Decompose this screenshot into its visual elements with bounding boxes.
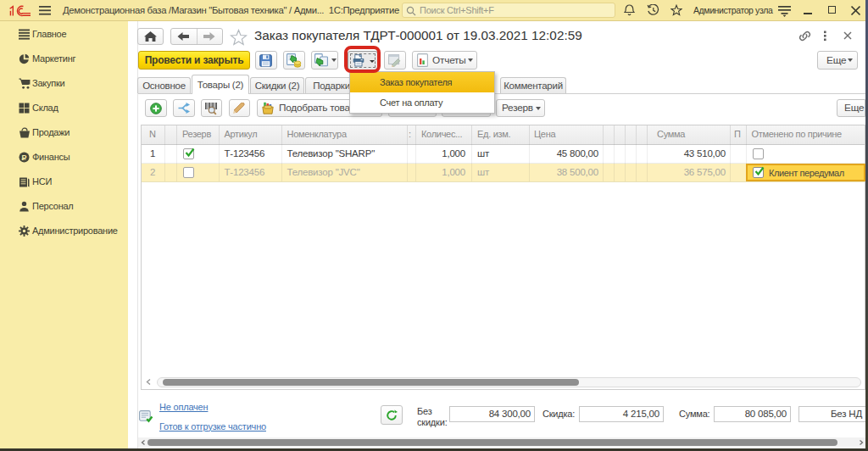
svg-text:Р: Р <box>21 153 26 162</box>
